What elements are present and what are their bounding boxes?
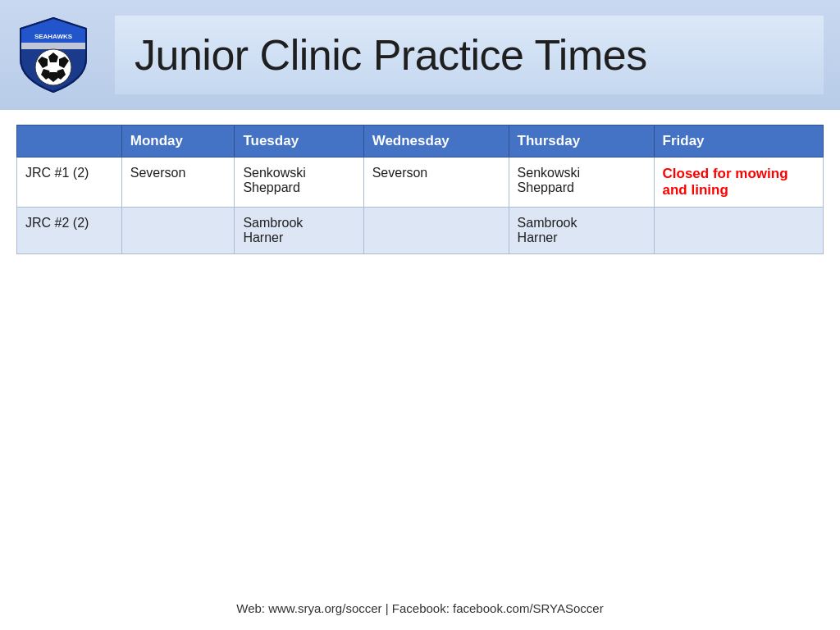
col-header-tuesday: Tuesday xyxy=(235,126,363,158)
col-header-wednesday: Wednesday xyxy=(363,126,509,158)
page-footer: Web: www.srya.org/soccer | Facebook: fac… xyxy=(0,601,840,615)
monday-cell-1: Severson xyxy=(121,158,235,208)
svg-text:SEAHAWKS: SEAHAWKS xyxy=(34,33,73,40)
closed-status-text: Closed for mowing and lining xyxy=(663,166,788,198)
col-header-thursday: Thursday xyxy=(509,126,654,158)
schedule-table: Monday Tuesday Wednesday Thursday Friday… xyxy=(16,125,824,254)
footer-text: Web: www.srya.org/soccer | Facebook: fac… xyxy=(236,601,603,615)
col-header-monday: Monday xyxy=(121,126,235,158)
col-header-empty xyxy=(17,126,122,158)
thursday-cell-2: SambrookHarner xyxy=(509,208,654,254)
tuesday-cell-1: SenkowskiSheppard xyxy=(235,158,363,208)
col-header-friday: Friday xyxy=(654,126,823,158)
svg-rect-1 xyxy=(21,43,86,49)
logo-container: SEAHAWKS xyxy=(8,10,98,100)
page-header: SEAHAWKS Junior Clinic Practice Times xyxy=(0,0,840,110)
monday-cell-2 xyxy=(121,208,235,254)
schedule-table-section: Monday Tuesday Wednesday Thursday Friday… xyxy=(0,110,840,262)
row-label: JRC #1 (2) xyxy=(17,158,122,208)
title-container: Junior Clinic Practice Times xyxy=(115,16,824,94)
row-label-2: JRC #2 (2) xyxy=(17,208,122,254)
tuesday-cell-2: SambrookHarner xyxy=(235,208,363,254)
table-row: JRC #1 (2) Severson SenkowskiSheppard Se… xyxy=(17,158,824,208)
wednesday-cell-2 xyxy=(363,208,509,254)
wednesday-cell-1: Severson xyxy=(363,158,509,208)
friday-cell-1: Closed for mowing and lining xyxy=(654,158,823,208)
friday-cell-2 xyxy=(654,208,823,254)
thursday-cell-1: SenkowskiSheppard xyxy=(509,158,654,208)
table-header-row: Monday Tuesday Wednesday Thursday Friday xyxy=(17,126,824,158)
team-logo-icon: SEAHAWKS xyxy=(12,14,94,96)
table-row: JRC #2 (2) SambrookHarner SambrookHarner xyxy=(17,208,824,254)
page-title: Junior Clinic Practice Times xyxy=(135,30,647,80)
